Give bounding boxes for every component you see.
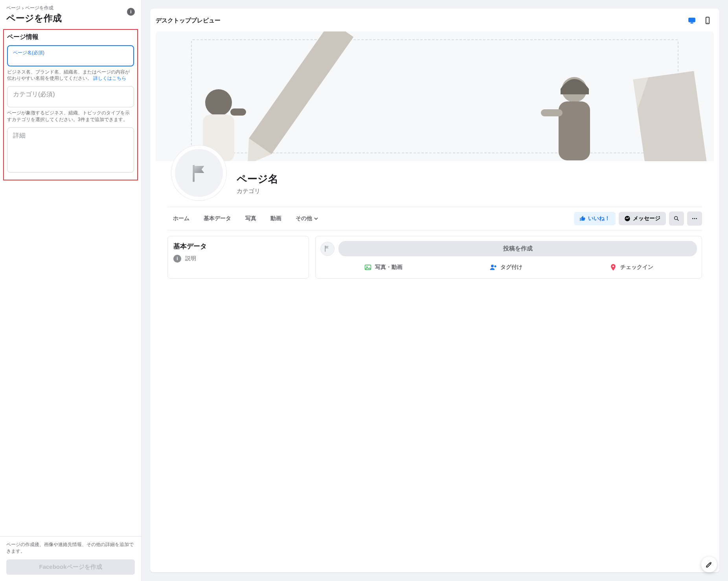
composer-avatar [320,242,335,256]
message-button-label: メッセージ [633,215,660,222]
tab-videos[interactable]: 動画 [265,210,287,228]
thumbs-up-icon [579,215,586,222]
more-options-button[interactable] [687,211,702,226]
composer-tag[interactable]: タグ付け [485,261,526,274]
preview-header: デスクトッププレビュー [156,14,714,27]
svg-rect-10 [230,108,246,116]
sidebar-title: ページを作成 [6,12,135,24]
info-icon[interactable]: i [127,8,135,16]
svg-point-8 [205,89,232,116]
category-helper: ページが象徴するビジネス、組織、トピックのタイプを示すカテゴリを選択してください… [7,110,134,122]
create-page-sidebar: ページ › ページを作成 ページを作成 i ページ情報 ページ名(必須) ビジネ… [0,0,142,581]
like-button-label: いいね！ [588,215,610,222]
illustration-person-right [537,66,604,161]
create-post-input[interactable]: 投稿を作成 [338,241,697,256]
tabs-row: ホーム 基本データ 写真 動画 その他 いいね！ [167,207,702,230]
page-name-preview: ページ名 [237,172,278,186]
composer-checkin[interactable]: チェックイン [605,261,657,274]
composer-photo-video-label: 写真・動画 [375,264,403,271]
composer-actions: 写真・動画 タグ付け チェックイン [320,261,697,274]
category-field[interactable]: カテゴリ(必須) [7,86,134,107]
tag-people-icon [489,263,497,271]
tabs-right: いいね！ メッセージ [574,211,702,226]
svg-point-19 [694,218,695,219]
description-placeholder: 詳細 [13,132,128,140]
composer-photo-video[interactable]: 写真・動画 [360,261,406,274]
about-description-row: i 説明 [173,255,303,263]
composer-top: 投稿を作成 [320,241,697,256]
photo-video-icon [364,263,372,271]
edit-fab[interactable] [701,557,717,572]
tab-more-label: その他 [296,215,312,222]
svg-line-17 [677,219,678,221]
composer-checkin-label: チェックイン [620,264,653,271]
page-name-field[interactable]: ページ名(必須) [7,45,134,66]
like-button[interactable]: いいね！ [574,212,616,225]
info-icon: i [173,255,181,263]
svg-rect-12 [559,101,590,160]
preview-title: デスクトッププレビュー [156,17,221,24]
svg-point-25 [494,265,496,267]
ellipsis-icon [691,215,698,222]
message-button[interactable]: メッセージ [619,212,666,225]
avatar-placeholder [175,149,223,197]
tab-about[interactable]: 基本データ [198,210,237,228]
cover-photo-placeholder [156,31,714,161]
breadcrumb-separator: › [22,6,24,11]
breadcrumb: ページ › ページを作成 [6,5,135,11]
svg-rect-13 [541,109,563,116]
messenger-icon [624,215,631,222]
page-name-helper: ビジネス名、ブランド名、組織名、またはページの内容が伝わりやすい名前を使用してく… [7,69,134,81]
profile-avatar [171,145,226,200]
svg-rect-14 [193,165,195,182]
post-composer: 投稿を作成 写真・動画 タグ付け チェックイン [315,236,702,279]
composer-tag-label: タグ付け [500,264,522,271]
search-button[interactable] [669,211,684,226]
flag-icon [323,245,332,253]
sidebar-footer: ページの作成後、画像や連絡先情報、その他の詳細を追加できます。 Facebook… [0,536,141,581]
profile-row: ページ名 カテゴリ [167,161,702,207]
tabs-left: ホーム 基本データ 写真 動画 その他 [167,210,324,228]
preview-area: デスクトッププレビュー [142,0,728,581]
svg-point-26 [612,265,614,267]
svg-point-24 [491,265,494,267]
svg-rect-1 [691,23,693,24]
search-icon [673,215,680,222]
tab-home[interactable]: ホーム [167,210,195,228]
about-description-label: 説明 [185,255,196,262]
about-card: 基本データ i 説明 [167,236,309,279]
preview-card: デスクトッププレビュー [150,9,719,572]
flag-icon [188,162,210,184]
edit-icon [705,561,713,568]
learn-more-link[interactable]: 詳しくはこちら [93,75,126,81]
page-info-label: ページ情報 [7,33,134,41]
about-card-title: 基本データ [173,242,303,251]
tab-photos[interactable]: 写真 [240,210,262,228]
content-columns: 基本データ i 説明 投稿を作成 [167,236,702,279]
create-page-button[interactable]: Facebookページを作成 [6,559,135,575]
page-identity: ページ名 カテゴリ [226,172,278,200]
page-info-section: ページ情報 ページ名(必須) ビジネス名、ブランド名、組織名、またはページの内容… [3,29,138,180]
description-field[interactable]: 詳細 [7,127,134,173]
svg-point-18 [692,218,693,219]
svg-rect-0 [689,18,695,22]
illustration-pencil-right [617,69,714,161]
desktop-icon[interactable] [686,14,698,27]
svg-point-3 [707,22,708,23]
tab-more[interactable]: その他 [290,210,324,228]
device-toggle [686,14,714,27]
chevron-down-icon [314,216,318,221]
svg-point-16 [675,217,678,220]
breadcrumb-leaf: ページを作成 [25,5,53,11]
footer-note: ページの作成後、画像や連絡先情報、その他の詳細を追加できます。 [6,541,135,555]
mobile-icon[interactable] [701,14,714,27]
svg-point-20 [696,218,697,219]
category-placeholder: カテゴリ(必須) [13,90,128,99]
svg-rect-21 [325,245,325,252]
location-pin-icon [609,263,617,271]
breadcrumb-root-link[interactable]: ページ [6,5,20,11]
sidebar-header: ページ › ページを作成 ページを作成 i [0,0,141,28]
page-name-label: ページ名(必須) [13,50,128,56]
page-category-preview: カテゴリ [237,188,278,195]
